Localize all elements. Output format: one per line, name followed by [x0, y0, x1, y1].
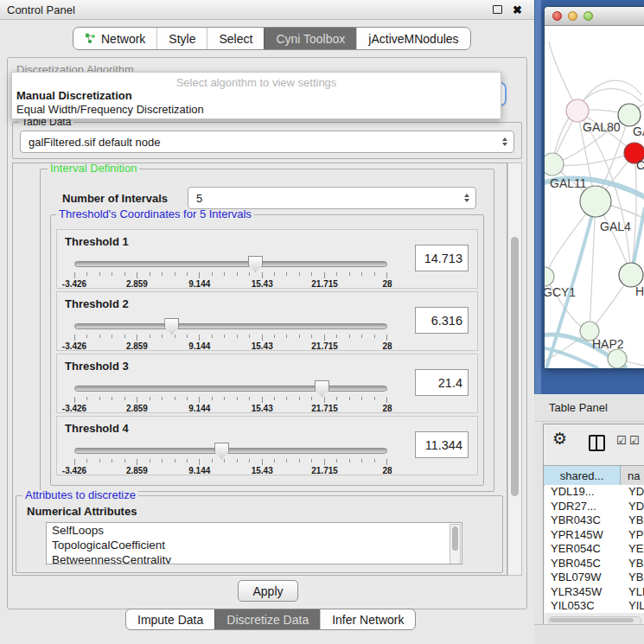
threshold-slider[interactable]: -3.4262.8599.14415.4321.71528 — [74, 441, 387, 472]
network-node[interactable] — [580, 186, 611, 217]
scrollbar-thumb[interactable] — [511, 237, 519, 496]
table-row[interactable]: YIL053C YIL0 — [545, 599, 644, 613]
checkbox-icon[interactable]: ☑ — [616, 434, 627, 447]
slider-knob[interactable] — [315, 380, 329, 397]
slider-track[interactable] — [74, 323, 387, 329]
checkbox-icon[interactable]: ☑ — [629, 434, 640, 447]
list-item[interactable]: BetweennessCentrality — [47, 552, 462, 564]
cell-shared-name: YBL079W — [545, 571, 628, 585]
slider-knob[interactable] — [248, 256, 263, 272]
table-row[interactable]: YLR345W YLR3 — [545, 585, 644, 600]
number-of-intervals-combobox[interactable]: 5 — [188, 187, 476, 209]
cell-shared-name: YBR043C — [545, 513, 628, 528]
cell-name: YBL0 — [628, 571, 644, 585]
slider-track[interactable] — [74, 448, 387, 454]
network-node[interactable] — [618, 104, 641, 126]
tab-select[interactable]: Select — [207, 28, 264, 49]
tab-impute-data[interactable]: Impute Data — [126, 609, 214, 629]
table-header-row: shared... na — [544, 465, 644, 486]
window-title: Control Panel — [0, 3, 75, 16]
slider-knob[interactable] — [214, 443, 229, 459]
cell-name: YPR1 — [628, 528, 644, 543]
apply-button[interactable]: Apply — [238, 580, 298, 602]
control-panel-titlebar: Control Panel ✖ — [0, 0, 534, 20]
cell-name: YBR0 — [628, 513, 644, 528]
threshold-value-field[interactable]: 11.344 — [415, 431, 469, 458]
slider-tick-labels: -3.4262.8599.14415.4321.71528 — [74, 341, 387, 351]
list-item[interactable]: TopologicalCoefficient — [47, 538, 462, 552]
cell-name: YER0 — [628, 542, 644, 557]
table-row[interactable]: YBR043C YBR0 — [545, 513, 644, 528]
slider-tick-labels: -3.4262.8599.14415.4321.71528 — [74, 279, 387, 289]
threshold-value-field[interactable]: 6.316 — [415, 307, 469, 334]
threshold-value-field[interactable]: 14.713 — [415, 245, 469, 271]
network-desktop: GAL80 GA C GAL11 GAL4 GCY1 H HAP2 — [534, 0, 644, 394]
slider-ticks — [74, 272, 387, 279]
algorithm-option[interactable]: Manual Discretization — [12, 89, 501, 103]
table-row[interactable]: YBR045C YBR0 — [545, 557, 644, 571]
table-row[interactable]: YDL19... YDL1 — [545, 485, 644, 500]
cell-shared-name: YER054C — [545, 542, 628, 557]
cell-shared-name: YDR27... — [545, 500, 628, 514]
screen: Control Panel ✖ Network Sty — [0, 0, 644, 644]
zoom-traffic-light-icon[interactable] — [583, 11, 593, 21]
threshold-slider[interactable]: -3.4262.8599.14415.4321.71528 — [74, 316, 387, 348]
tab-infer-network[interactable]: Infer Network — [320, 609, 415, 629]
cell-shared-name: YLR345W — [545, 585, 628, 600]
network-node[interactable] — [608, 349, 627, 368]
network-node[interactable] — [566, 99, 589, 122]
network-view-window: GAL80 GA C GAL11 GAL4 GCY1 H HAP2 — [544, 6, 644, 369]
algorithm-option-list: Manual DiscretizationEqual Width/Frequen… — [12, 89, 501, 117]
network-node[interactable] — [619, 263, 643, 287]
interval-definition-label: Interval Definition — [48, 163, 139, 174]
slider-ticks — [74, 459, 387, 466]
table-row[interactable]: YDR27... YDR2 — [545, 500, 644, 514]
close-icon[interactable]: ✖ — [513, 4, 522, 16]
cell-name: YIL0 — [628, 599, 644, 613]
tab-label: Impute Data — [137, 613, 203, 627]
attributes-group-label: Attributes to discretize — [22, 490, 138, 501]
scrollbar-thumb[interactable] — [550, 618, 634, 622]
table-row[interactable]: YBL079W YBL0 — [545, 571, 644, 585]
slider-track[interactable] — [74, 386, 387, 392]
numerical-attributes-heading: Numerical Attributes — [27, 505, 137, 518]
tab-label: Infer Network — [332, 613, 404, 627]
threshold-slider[interactable]: -3.4262.8599.14415.4321.71528 — [74, 254, 387, 285]
tab-network[interactable]: Network — [73, 28, 156, 49]
algorithm-dropdown-popup: Select algorithm to view settings Manual… — [11, 72, 501, 119]
list-item[interactable]: SelfLoops — [47, 523, 462, 538]
tab-jactivemnodules[interactable]: jActiveMNodules — [356, 28, 469, 49]
column-layout-icon[interactable] — [589, 435, 605, 451]
float-window-icon[interactable] — [493, 5, 502, 14]
tab-discretize-data[interactable]: Discretize Data — [214, 609, 320, 629]
tab-style[interactable]: Style — [156, 28, 207, 49]
algorithm-option[interactable]: Equal Width/Frequency Discretization — [12, 103, 501, 117]
gear-icon[interactable]: ⚙ — [552, 429, 567, 449]
minimize-traffic-light-icon[interactable] — [568, 11, 577, 21]
tab-cyni-toolbox[interactable]: Cyni Toolbox — [264, 28, 356, 49]
network-node[interactable] — [545, 267, 554, 286]
column-header-shared-name[interactable]: shared... — [544, 466, 621, 485]
network-node[interactable] — [545, 153, 564, 175]
slider-ticks — [74, 335, 387, 341]
column-header-name[interactable]: na — [621, 466, 644, 485]
node-label: HAP2 — [592, 337, 624, 351]
slider-track[interactable] — [74, 261, 387, 267]
tab-label: Style — [169, 32, 195, 46]
settings-scrollbar[interactable] — [507, 163, 522, 576]
close-traffic-light-icon[interactable] — [552, 11, 562, 21]
table-data-combobox[interactable]: galFiltered.sif default node — [20, 131, 514, 153]
network-canvas[interactable]: GAL80 GA C GAL11 GAL4 GCY1 H HAP2 — [545, 26, 644, 368]
node-label: GAL11 — [550, 176, 587, 190]
table-row[interactable]: YER054C YER0 — [545, 542, 644, 557]
threshold-slider[interactable]: -3.4262.8599.14415.4321.71528 — [74, 379, 387, 410]
slider-knob[interactable] — [164, 318, 179, 335]
right-column: GAL80 GA C GAL11 GAL4 GCY1 H HAP2 Table … — [534, 0, 644, 644]
attributes-scrollbar[interactable] — [450, 524, 461, 564]
numerical-attributes-list[interactable]: SelfLoopsTopologicalCoefficientBetweenne… — [46, 522, 462, 564]
table-row[interactable]: YPR145W YPR1 — [545, 528, 644, 543]
threshold-label: Threshold 3 — [65, 360, 129, 373]
thresholds-group-label: Threshold's Coordinates for 5 Intervals — [56, 209, 254, 220]
scrollbar-thumb[interactable] — [452, 526, 458, 551]
threshold-value-field[interactable]: 21.4 — [415, 369, 469, 396]
